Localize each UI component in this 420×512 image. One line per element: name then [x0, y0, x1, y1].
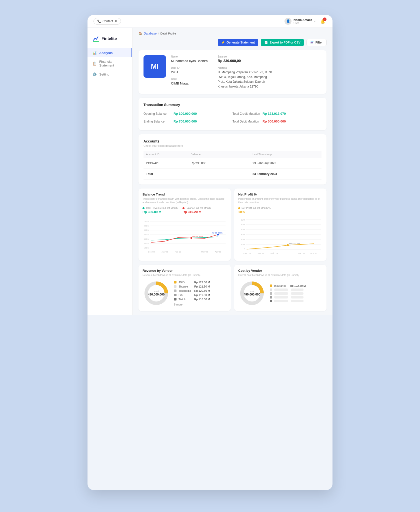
vendor-dot-tiktok — [174, 298, 176, 300]
userid-value: 2901 — [171, 70, 178, 74]
chevron-down-icon: ▾ — [314, 20, 316, 23]
svg-text:Dec '22: Dec '22 — [244, 252, 251, 255]
col-balance: Balance — [188, 151, 238, 158]
name-label: Name — [171, 55, 208, 58]
top-bar-right: 👤 Nadia Amalia User ▾ 🔔 1 — [284, 18, 326, 25]
cost-vendor-dot-2 — [270, 292, 272, 295]
accounts-title: Accounts — [144, 139, 322, 143]
svg-text:700 M: 700 M — [144, 220, 149, 222]
user-avatar-icon: 👤 — [284, 18, 292, 25]
contact-button[interactable]: 📞 Contact Us — [94, 18, 121, 24]
cost-vendor-name-3 — [274, 296, 288, 298]
total-credit-label: Total Credit Mutation — [232, 112, 260, 116]
revenue-total-label: Total — [148, 290, 165, 293]
account-id-cell: 21332423 — [144, 158, 188, 169]
legend-label-net-profit: Net Profit in Last Month % — [242, 207, 270, 210]
cost-by-vendor-card: Cost by Vendor Overall cost breakdown in… — [234, 265, 326, 311]
legend-item-net-profit: Net Profit in Last Month % 10% — [238, 207, 270, 214]
setting-icon: ⚙️ — [92, 72, 97, 76]
toolbar: ⚡ Generate Statement 📄 Export to PDF or … — [138, 39, 326, 46]
revenue-donut-section: Total 490.000.000 JDID Rp 122.50 M — [142, 280, 227, 307]
revenue-total-value: 490.000.000 — [148, 293, 165, 296]
filter-button[interactable]: ⚗️ Filter — [306, 39, 326, 46]
content-area: 🏠 Database / Detail Profile ⚡ Generate S… — [132, 28, 332, 315]
svg-text:Jan '23: Jan '23 — [257, 252, 264, 255]
col-empty — [238, 151, 250, 158]
export-button[interactable]: 📄 Export to PDF or CSV — [261, 39, 304, 46]
cost-vendor-dot-3 — [270, 296, 272, 298]
vendor-name-bibi: Bibi — [178, 294, 192, 296]
name-value: Muhammad Ilyas Bashira — [171, 59, 208, 63]
list-item: Insurance Rp 122.50 M — [270, 284, 322, 287]
list-item — [270, 296, 322, 298]
balance-trend-subtitle: Track client's financial health with Bal… — [142, 197, 227, 204]
profile-row: MI Name Muhammad Ilyas Bashira User ID 2… — [144, 55, 322, 89]
total-row: Total 23 February 2023 — [144, 169, 322, 180]
cost-vendor-value-0: Rp 122.50 M — [290, 284, 306, 287]
svg-text:500 M: 500 M — [144, 229, 149, 231]
profile-avatar: MI — [144, 55, 166, 78]
generate-statement-button[interactable]: ⚡ Generate Statement — [218, 39, 258, 46]
logo-icon — [92, 35, 100, 42]
sidebar-item-setting[interactable]: ⚙️ Setting — [88, 70, 132, 79]
breadcrumb-separator: / — [158, 32, 159, 35]
name-field: Name Muhammad Ilyas Bashira — [171, 55, 208, 63]
user-role: User — [294, 22, 312, 24]
generate-label: Generate Statement — [226, 41, 255, 44]
user-details: Nadia Amalia User — [294, 18, 312, 24]
analysis-icon: 📊 — [92, 51, 97, 55]
vendor-name-tokopedia: Tokopedia — [178, 289, 192, 292]
svg-text:200 M: 200 M — [144, 242, 149, 245]
svg-text:Feb '23: Feb '23 — [270, 252, 278, 255]
balance-value: Rp 230.000,00 — [218, 59, 241, 63]
svg-text:60%: 60% — [241, 218, 245, 221]
notification-button[interactable]: 🔔 1 — [319, 18, 326, 25]
cost-vendor-value-2 — [291, 292, 304, 295]
cost-total-label: Total — [244, 290, 260, 293]
legend-value-revenue: Rp 380.89 M — [142, 210, 178, 214]
profile-col-right: Balance Rp 230.000,00 Address Jl. Mampan… — [218, 55, 272, 89]
sidebar-item-label-analysis: Analysis — [99, 51, 112, 55]
net-profit-svg: 60% 50% 40% 30% 20% 10% 0 — [238, 216, 322, 256]
user-name: Nadia Amalia — [294, 18, 312, 22]
revenue-vendor-list: JDID Rp 122.50 M Shopee Rp 121.50 M Toko… — [174, 281, 227, 306]
legend-label-balance: Balance In Last Month — [186, 207, 211, 210]
cost-donut-section: Total 490.000.000 Insurance Rp 122.50 M — [238, 280, 322, 307]
svg-text:Feb '23: Feb '23 — [175, 251, 182, 253]
legend-label-revenue: Total Revenue In Last Month — [146, 207, 178, 210]
list-item — [270, 292, 322, 295]
top-bar: 📞 Contact Us 👤 Nadia Amalia User ▾ 🔔 1 — [88, 15, 332, 28]
breadcrumb-home-label[interactable]: Database — [144, 32, 156, 35]
transaction-grid: Opening Balance Rp 100.000.000 Ending Ba… — [144, 110, 322, 125]
vendor-value-shopee: Rp 121.50 M — [194, 285, 210, 288]
timestamp-cell: 23 February 2023 — [250, 158, 322, 169]
profile-col-left: Name Muhammad Ilyas Bashira User ID 2901… — [171, 55, 208, 89]
transaction-summary-card: Transaction Summary Opening Balance Rp 1… — [138, 98, 326, 130]
svg-text:50%: 50% — [241, 223, 245, 226]
cost-donut-wrapper: Total 490.000.000 — [238, 280, 266, 307]
vendor-more-link[interactable]: 5 more — [174, 303, 227, 306]
svg-text:600 M: 600 M — [144, 225, 149, 227]
svg-text:10%: 10% — [241, 243, 245, 246]
accounts-table: Account ID Balance Last Timestamp 213324… — [144, 151, 322, 180]
svg-text:Apr '23: Apr '23 — [215, 251, 221, 253]
address-field: Address Jl. Mampang Prapatan XIV No. 73,… — [218, 66, 272, 89]
table-row: 21332423 Rp 230.000 23 February 2023 — [144, 158, 322, 169]
main-layout: Fintelite 📊 Analysis 📋 Financial Stateme… — [88, 28, 332, 315]
user-info[interactable]: 👤 Nadia Amalia User ▾ — [284, 18, 316, 25]
phone-icon: 📞 — [97, 20, 101, 23]
cost-vendor-value-1 — [291, 288, 304, 291]
vendor-dot-bibi — [174, 294, 176, 296]
svg-text:Jan '23: Jan '23 — [162, 251, 168, 253]
export-icon: 📄 — [264, 41, 268, 44]
svg-text:Dec '22: Dec '22 — [148, 251, 155, 253]
sidebar-item-financial-statement[interactable]: 📋 Financial Statement — [88, 57, 132, 70]
svg-text:400 M: 400 M — [144, 234, 149, 236]
svg-point-14 — [190, 237, 192, 239]
list-item: Tokopedia Rp 120.50 M — [174, 289, 227, 292]
svg-text:0: 0 — [244, 248, 245, 250]
extra-cell — [238, 158, 250, 169]
vendor-dot-jdid — [174, 281, 176, 284]
sidebar-item-analysis[interactable]: 📊 Analysis — [88, 48, 132, 57]
logo-text: Fintelite — [102, 36, 117, 41]
